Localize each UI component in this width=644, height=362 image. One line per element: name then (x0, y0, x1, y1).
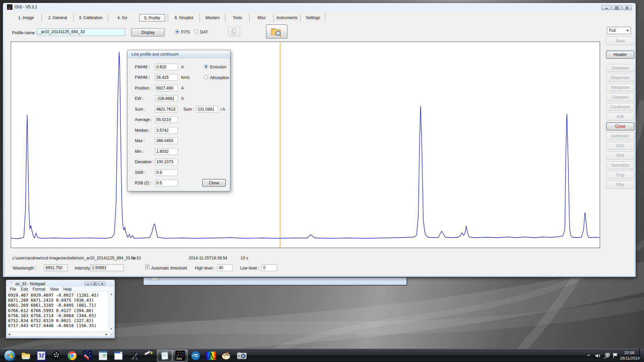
sum-per-a-value[interactable]: 231.0881 (196, 106, 218, 113)
continuum-button[interactable]: Continuum (606, 103, 634, 111)
taskbar-reel-button[interactable] (49, 350, 64, 362)
menu-help[interactable]: Help (63, 287, 72, 292)
browse-profile-button[interactable] (266, 24, 287, 39)
high-level-input[interactable]: 40 (217, 264, 232, 271)
compare-button[interactable]: Compare (606, 93, 634, 101)
tab-go[interactable]: 4. Go (108, 14, 137, 22)
minimize-button[interactable] (601, 5, 611, 10)
shift-button[interactable]: Shift (606, 152, 634, 160)
taskbar-skychart-button[interactable] (80, 350, 95, 362)
taskbar-isis-button[interactable]: ISIS (172, 350, 188, 362)
tray-expand-chevron[interactable] (586, 353, 591, 358)
close-window-button[interactable] (622, 5, 632, 10)
menu-format[interactable]: Format (33, 287, 45, 292)
taskbar-maxim-button[interactable]: M (34, 350, 49, 362)
fwhm-kms-value[interactable]: 26.415 (155, 74, 178, 81)
database-button[interactable]: Database (606, 64, 634, 72)
scroll-up-icon[interactable]: ▲ (110, 293, 113, 296)
snr-value[interactable]: 0.5 (155, 169, 178, 176)
tab-misc[interactable]: Misc (250, 14, 274, 22)
auto-threshold-label[interactable]: Automatic threshold (151, 266, 187, 270)
tab-masters[interactable]: Masters (200, 14, 225, 22)
close-profile-button[interactable]: Close (606, 122, 634, 130)
emission-label[interactable]: Emission (210, 65, 226, 69)
display-button[interactable]: Display (131, 28, 165, 37)
tray-volume[interactable] (594, 352, 601, 359)
sum-value[interactable]: 4621.7613 (155, 106, 178, 113)
taskbar-bluewindow-button[interactable] (111, 350, 126, 362)
taskbar-x-button[interactable]: X (126, 350, 142, 362)
dialog-title[interactable]: Line profile and continuum (127, 50, 230, 58)
tab-image[interactable]: 1. Image (10, 14, 42, 22)
tab-instruments[interactable]: Instruments (274, 14, 301, 22)
show-desktop-button[interactable] (639, 349, 644, 362)
save-button[interactable]: Save (606, 37, 634, 45)
arithmetic-button[interactable]: Arithmetic (606, 132, 634, 140)
notepad-close-button[interactable] (99, 282, 105, 286)
taskbar-explorer-button[interactable] (18, 350, 34, 362)
median-value[interactable]: 3.5742 (155, 127, 178, 134)
absorption-label[interactable]: Absorption (210, 75, 229, 80)
edit-button[interactable]: Edit (606, 113, 634, 121)
average-value[interactable]: 55.0210 (155, 116, 178, 123)
crop-button[interactable]: Crop (606, 171, 634, 179)
taskbar-openoffice-button[interactable] (188, 350, 203, 362)
dat-radio-label[interactable]: DAT (200, 30, 208, 35)
isis-titlebar[interactable]: ISIS ISIS - V5.3.1 (3, 3, 636, 11)
start-button[interactable] (2, 350, 17, 362)
notepad-hscrollbar[interactable]: ◀ ▶ (7, 331, 109, 337)
menu-view[interactable]: View (50, 287, 59, 292)
ew-value[interactable]: -226.8881 (155, 95, 178, 102)
tab-calibration[interactable]: 3. Calibration (74, 14, 108, 22)
normalize-button[interactable]: Normalize (606, 161, 634, 169)
taskbar-docwindow-button[interactable] (95, 350, 111, 362)
notepad-text-area[interactable]: 6929.467 6929.4697 -0.0027 (1281.45) 687… (7, 292, 109, 331)
restore-button[interactable] (612, 5, 622, 10)
tab-gnuplot[interactable]: 6. Gnuplot (168, 14, 200, 22)
emission-radio[interactable] (204, 64, 208, 69)
notepad-restore-button[interactable] (92, 282, 98, 286)
low-level-input[interactable]: 0 (262, 264, 277, 271)
dat-radio[interactable] (194, 29, 199, 34)
response-button[interactable]: Response (606, 83, 634, 92)
absorption-radio[interactable] (204, 75, 208, 79)
tray-action-center[interactable] (612, 352, 619, 359)
notepad-minimize-button[interactable] (85, 282, 91, 286)
auto-threshold-checkbox[interactable]: ✓ (145, 265, 150, 269)
tray-clock[interactable]: 20:59 26/11/2014 (620, 350, 639, 361)
fits-radio-label[interactable]: FITS (181, 30, 190, 35)
deviation-value[interactable]: 100.1073 (155, 159, 178, 165)
taskbar-chrome-button[interactable] (64, 350, 80, 362)
position-value[interactable]: 6927.490 (155, 85, 178, 92)
fits-radio[interactable] (175, 29, 179, 34)
tab-profile-selected[interactable]: 5. Profile (139, 14, 165, 21)
copy-profile-button[interactable] (228, 27, 240, 36)
menu-file[interactable]: File (10, 287, 16, 292)
fwhm-a-value[interactable]: 0.610 (155, 64, 178, 70)
notepad-title[interactable]: oc_33 - Notepad (15, 282, 45, 286)
tab-tools[interactable]: Tools (225, 14, 250, 22)
scroll-down-icon[interactable]: ▼ (110, 328, 113, 330)
view-select[interactable]: Full (607, 27, 631, 34)
menu-edit[interactable]: Edit (21, 287, 28, 292)
max-value[interactable]: 368.0453 (155, 137, 178, 144)
dispersion-button[interactable]: Dispersion (606, 74, 634, 82)
profile-name-input[interactable]: _ar10_20141125_694_33 (37, 28, 125, 36)
h2o-button[interactable]: H2O (606, 142, 634, 150)
tab-general[interactable]: 2. General (42, 14, 74, 22)
filter-button[interactable]: Filter (606, 181, 634, 189)
tray-network[interactable] (603, 352, 610, 359)
rsb-value[interactable]: 0.5 (155, 180, 178, 186)
spectrum-plot[interactable] (11, 42, 600, 248)
min-value[interactable]: 1.8032 (155, 148, 178, 155)
taskbar-paint-button[interactable] (219, 350, 234, 362)
dialog-close-button[interactable]: Close (202, 179, 226, 187)
scroll-left-icon[interactable]: ◀ (8, 333, 10, 336)
notepad-resize-grip[interactable] (109, 331, 114, 337)
taskbar-vspec-button[interactable] (203, 350, 219, 362)
scroll-right-icon[interactable]: ▶ (106, 333, 108, 336)
taskbar-camera-button[interactable] (234, 350, 250, 362)
header-button[interactable]: Header (606, 51, 634, 59)
tab-settings[interactable]: Settings (301, 14, 325, 22)
taskbar-notepad-button[interactable] (157, 350, 172, 362)
